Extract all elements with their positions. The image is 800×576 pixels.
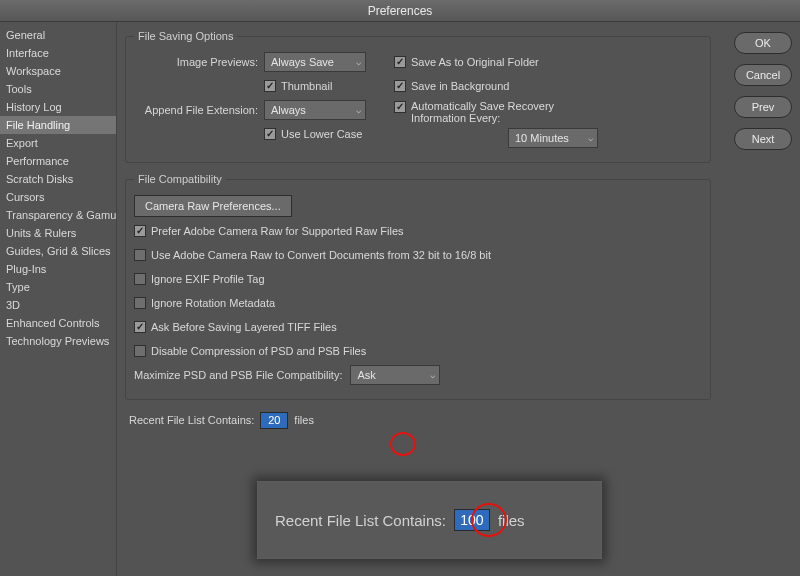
maximize-compat-select[interactable]: Ask ⌵ bbox=[350, 365, 440, 385]
file-compatibility-group: File Compatibility Camera Raw Preference… bbox=[125, 173, 711, 400]
camera-raw-preferences-button[interactable]: Camera Raw Preferences... bbox=[134, 195, 292, 217]
sidebar-item-label: Workspace bbox=[6, 65, 61, 77]
image-previews-select[interactable]: Always Save ⌵ bbox=[264, 52, 366, 72]
sidebar-item-general[interactable]: General bbox=[0, 26, 116, 44]
select-value: Always Save bbox=[271, 56, 334, 68]
chevron-down-icon: ⌵ bbox=[430, 370, 435, 380]
checkbox-label: Save As to Original Folder bbox=[411, 56, 539, 68]
zoom-suffix: files bbox=[498, 512, 525, 529]
sidebar-item-label: Technology Previews bbox=[6, 335, 109, 347]
checkbox-label: Save in Background bbox=[411, 80, 509, 92]
use-acr-convert-checkbox[interactable]: Use Adobe Camera Raw to Convert Document… bbox=[134, 249, 491, 261]
sidebar-item-label: 3D bbox=[6, 299, 20, 311]
sidebar-item-technology-previews[interactable]: Technology Previews bbox=[0, 332, 116, 350]
checkbox-label: Thumbnail bbox=[281, 80, 332, 92]
sidebar: General Interface Workspace Tools Histor… bbox=[0, 22, 117, 576]
file-compat-legend: File Compatibility bbox=[134, 173, 226, 185]
checkbox-label: Prefer Adobe Camera Raw for Supported Ra… bbox=[151, 225, 404, 237]
cancel-button[interactable]: Cancel bbox=[734, 64, 792, 86]
select-value: Ask bbox=[357, 369, 375, 381]
checkbox-icon bbox=[394, 80, 406, 92]
checkbox-icon bbox=[264, 128, 276, 140]
sidebar-item-label: Enhanced Controls bbox=[6, 317, 100, 329]
file-saving-legend: File Saving Options bbox=[134, 30, 237, 42]
sidebar-item-transparency-gamut[interactable]: Transparency & Gamut bbox=[0, 206, 116, 224]
checkbox-icon bbox=[134, 273, 146, 285]
file-saving-options-group: File Saving Options Image Previews: Alwa… bbox=[125, 30, 711, 163]
thumbnail-checkbox[interactable]: Thumbnail bbox=[264, 80, 332, 92]
checkbox-label: Use Lower Case bbox=[281, 128, 362, 140]
checkbox-label: Ask Before Saving Layered TIFF Files bbox=[151, 321, 337, 333]
checkbox-icon bbox=[394, 101, 406, 113]
sidebar-item-cursors[interactable]: Cursors bbox=[0, 188, 116, 206]
recent-file-count-input[interactable]: 20 bbox=[260, 412, 288, 429]
checkbox-icon bbox=[134, 225, 146, 237]
sidebar-item-units-rulers[interactable]: Units & Rulers bbox=[0, 224, 116, 242]
sidebar-item-label: Type bbox=[6, 281, 30, 293]
sidebar-item-plug-ins[interactable]: Plug-Ins bbox=[0, 260, 116, 278]
ask-tiff-checkbox[interactable]: Ask Before Saving Layered TIFF Files bbox=[134, 321, 337, 333]
annotation-circle-icon bbox=[390, 432, 416, 456]
sidebar-item-interface[interactable]: Interface bbox=[0, 44, 116, 62]
zoom-recent-count-input[interactable]: 100 bbox=[454, 509, 490, 531]
chevron-down-icon: ⌵ bbox=[588, 133, 593, 143]
sidebar-item-export[interactable]: Export bbox=[0, 134, 116, 152]
auto-save-recovery-checkbox[interactable]: Automatically Save Recovery Information … bbox=[394, 100, 591, 124]
main-panel: File Saving Options Image Previews: Alwa… bbox=[117, 22, 730, 576]
sidebar-item-file-handling[interactable]: File Handling bbox=[0, 116, 116, 134]
lowercase-checkbox[interactable]: Use Lower Case bbox=[264, 128, 362, 140]
window-title: Preferences bbox=[0, 0, 800, 22]
select-value: 10 Minutes bbox=[515, 132, 569, 144]
save-in-background-checkbox[interactable]: Save in Background bbox=[394, 80, 509, 92]
checkbox-label: Ignore Rotation Metadata bbox=[151, 297, 275, 309]
ignore-rotation-checkbox[interactable]: Ignore Rotation Metadata bbox=[134, 297, 275, 309]
append-ext-select[interactable]: Always ⌵ bbox=[264, 100, 366, 120]
sidebar-item-label: Plug-Ins bbox=[6, 263, 46, 275]
zoom-label: Recent File List Contains: bbox=[275, 512, 446, 529]
select-value: Always bbox=[271, 104, 306, 116]
sidebar-item-label: Units & Rulers bbox=[6, 227, 76, 239]
sidebar-item-history-log[interactable]: History Log bbox=[0, 98, 116, 116]
checkbox-icon bbox=[134, 297, 146, 309]
sidebar-item-label: Transparency & Gamut bbox=[6, 209, 116, 221]
checkbox-icon bbox=[134, 345, 146, 357]
sidebar-item-label: File Handling bbox=[6, 119, 70, 131]
auto-recovery-interval-select[interactable]: 10 Minutes ⌵ bbox=[508, 128, 598, 148]
sidebar-item-tools[interactable]: Tools bbox=[0, 80, 116, 98]
sidebar-item-label: Tools bbox=[6, 83, 32, 95]
checkbox-label: Use Adobe Camera Raw to Convert Document… bbox=[151, 249, 491, 261]
sidebar-item-label: General bbox=[6, 29, 45, 41]
annotation-zoom-box: Recent File List Contains: 100 files bbox=[257, 481, 602, 559]
checkbox-icon bbox=[134, 249, 146, 261]
sidebar-item-label: Scratch Disks bbox=[6, 173, 73, 185]
sidebar-item-workspace[interactable]: Workspace bbox=[0, 62, 116, 80]
prev-button[interactable]: Prev bbox=[734, 96, 792, 118]
checkbox-label: Disable Compression of PSD and PSB Files bbox=[151, 345, 366, 357]
sidebar-item-guides-grid-slices[interactable]: Guides, Grid & Slices bbox=[0, 242, 116, 260]
checkbox-icon bbox=[134, 321, 146, 333]
sidebar-item-scratch-disks[interactable]: Scratch Disks bbox=[0, 170, 116, 188]
ok-button[interactable]: OK bbox=[734, 32, 792, 54]
save-as-original-checkbox[interactable]: Save As to Original Folder bbox=[394, 56, 539, 68]
chevron-down-icon: ⌵ bbox=[356, 57, 361, 67]
sidebar-item-performance[interactable]: Performance bbox=[0, 152, 116, 170]
ignore-exif-checkbox[interactable]: Ignore EXIF Profile Tag bbox=[134, 273, 265, 285]
content: General Interface Workspace Tools Histor… bbox=[0, 22, 800, 576]
sidebar-item-label: Guides, Grid & Slices bbox=[6, 245, 111, 257]
maximize-compat-label: Maximize PSD and PSB File Compatibility: bbox=[134, 369, 342, 381]
disable-psd-compression-checkbox[interactable]: Disable Compression of PSD and PSB Files bbox=[134, 345, 366, 357]
recent-file-list-label: Recent File List Contains: bbox=[129, 414, 254, 426]
sidebar-item-enhanced-controls[interactable]: Enhanced Controls bbox=[0, 314, 116, 332]
sidebar-item-type[interactable]: Type bbox=[0, 278, 116, 296]
sidebar-item-label: Performance bbox=[6, 155, 69, 167]
sidebar-item-label: Cursors bbox=[6, 191, 45, 203]
checkbox-icon bbox=[264, 80, 276, 92]
append-ext-label: Append File Extension: bbox=[134, 104, 264, 116]
chevron-down-icon: ⌵ bbox=[356, 105, 361, 115]
next-button[interactable]: Next bbox=[734, 128, 792, 150]
image-previews-label: Image Previews: bbox=[134, 56, 264, 68]
prefer-acr-checkbox[interactable]: Prefer Adobe Camera Raw for Supported Ra… bbox=[134, 225, 404, 237]
sidebar-item-3d[interactable]: 3D bbox=[0, 296, 116, 314]
dialog-buttons: OK Cancel Prev Next bbox=[730, 22, 800, 576]
recent-file-suffix: files bbox=[294, 414, 314, 426]
